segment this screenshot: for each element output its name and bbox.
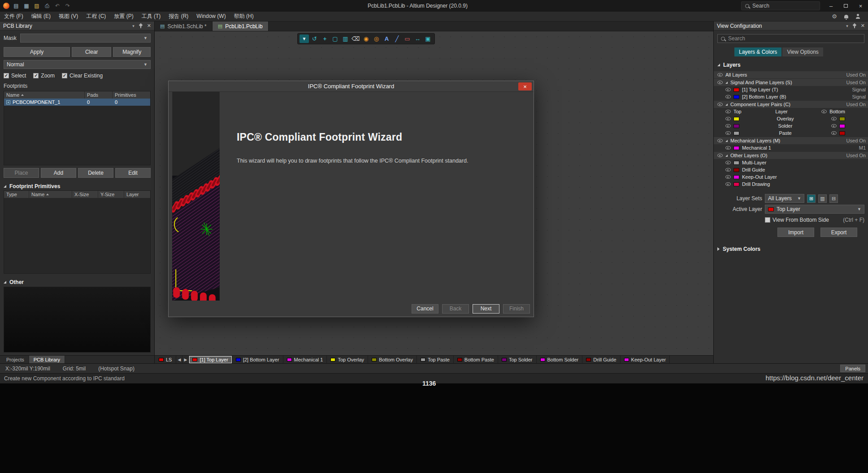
delete-layer-set-icon[interactable]: ⊟ xyxy=(829,194,838,203)
text-string-icon[interactable]: A xyxy=(382,34,391,43)
primitives-table-empty-area[interactable] xyxy=(4,198,150,273)
pin-icon[interactable] xyxy=(139,23,143,29)
mask-dropdown[interactable]: ▼ xyxy=(20,34,151,43)
layer-set-tab[interactable]: LS xyxy=(155,356,176,364)
visibility-eye-icon[interactable] xyxy=(725,124,731,128)
add-button[interactable]: Add xyxy=(41,168,76,178)
visibility-eye-icon[interactable] xyxy=(831,117,837,120)
undo-icon[interactable]: ↶ xyxy=(54,2,61,9)
visibility-eye-icon[interactable] xyxy=(725,146,731,150)
visibility-eye-icon[interactable] xyxy=(725,182,731,186)
layers-search-box[interactable] xyxy=(717,34,864,43)
layer-tab-top-layer[interactable]: [1] Top Layer xyxy=(189,356,232,364)
layer-row-drill-guide[interactable]: Drill Guide xyxy=(714,166,868,173)
column-header-name[interactable]: Name xyxy=(4,91,85,99)
layer-color-swatch[interactable] xyxy=(733,175,739,179)
layer-color-swatch[interactable] xyxy=(839,131,845,135)
visibility-eye-icon[interactable] xyxy=(725,175,731,179)
layer-tab-top-solder[interactable]: Top Solder xyxy=(498,356,537,364)
menu-reports[interactable]: 报告 (R) xyxy=(165,12,192,21)
layer-color-swatch[interactable] xyxy=(733,95,739,99)
menu-view[interactable]: 视图 (V) xyxy=(55,12,82,21)
column-select-icon[interactable]: ▥ xyxy=(341,34,350,43)
layer-row-signal-and-plane-layers[interactable]: Signal And Plane Layers (S) Used On xyxy=(714,79,868,86)
expand-triangle-icon[interactable] xyxy=(725,103,728,106)
layer-color-swatch[interactable] xyxy=(733,131,739,135)
doc-tab-pcblib1[interactable]: ▤ PcbLib1.PcbLib xyxy=(213,22,269,31)
layer-color-swatch[interactable] xyxy=(733,182,739,186)
pad-icon[interactable]: ◉ xyxy=(361,34,371,43)
panels-button[interactable]: Panels xyxy=(840,365,865,372)
layer-color-swatch[interactable] xyxy=(733,117,739,121)
visibility-eye-icon[interactable] xyxy=(725,95,731,99)
layer-tab-bottom-overlay[interactable]: Bottom Overlay xyxy=(368,356,417,364)
tab-pcb-library[interactable]: PCB Library xyxy=(29,356,65,364)
layer-tab-drill-guide[interactable]: Drill Guide xyxy=(582,356,620,364)
lasso-select-icon[interactable]: ↺ xyxy=(310,34,319,43)
footprint-primitives-section-header[interactable]: Footprint Primitives xyxy=(4,183,151,189)
new-document-icon[interactable]: ▤ xyxy=(13,2,20,9)
doc-tab-schlib1[interactable]: ▤ Schlib1.SchLib * xyxy=(155,22,213,31)
next-button[interactable]: Next xyxy=(473,304,499,314)
footprint-row-pcbcomponent-1[interactable]: PCBCOMPONENT_1 0 0 xyxy=(4,99,150,106)
expand-triangle-icon[interactable] xyxy=(725,140,728,142)
layer-row-mechanical-1[interactable]: Mechanical 1 M1 xyxy=(714,144,868,151)
visibility-eye-icon[interactable] xyxy=(725,168,731,172)
user-account-icon[interactable] xyxy=(855,14,860,19)
visibility-eye-icon[interactable] xyxy=(821,110,827,113)
close-icon[interactable]: ✕ xyxy=(147,23,151,29)
visibility-eye-icon[interactable] xyxy=(717,81,723,84)
visibility-eye-icon[interactable] xyxy=(725,110,731,113)
pcb-editor-canvas[interactable]: ▼ ↺ + ▢ ▥ ⌫ ◉ ◎ A ╱ ▭ ↔ ▣ IPC® Compliant… xyxy=(155,31,713,355)
clear-button[interactable]: Clear xyxy=(72,47,111,57)
layer-tab-top-paste[interactable]: Top Paste xyxy=(417,356,454,364)
visibility-eye-icon[interactable] xyxy=(725,88,731,91)
column-header-primitives[interactable]: Primitives xyxy=(113,91,150,99)
column-header-layer[interactable]: Layer xyxy=(124,191,150,198)
delete-button[interactable]: Delete xyxy=(78,168,113,178)
layer-sets-dropdown[interactable]: All Layers ▼ xyxy=(765,194,804,203)
layer-tab-bottom-paste[interactable]: Bottom Paste xyxy=(454,356,498,364)
layer-row-component-layer-pairs[interactable]: Component Layer Pairs (C) Used On xyxy=(714,101,868,108)
layer-tab-mechanical-1[interactable]: Mechanical 1 xyxy=(283,356,327,364)
tab-layers-and-colors[interactable]: Layers & Colors xyxy=(734,47,781,56)
eraser-icon[interactable]: ⌫ xyxy=(351,34,360,43)
layer-row-other-layers[interactable]: Other Layers (O) Used On xyxy=(714,152,868,159)
layer-row-all-layers[interactable]: All Layers Used On xyxy=(714,71,868,78)
panel-menu-chevron-icon[interactable]: ▾ xyxy=(846,24,848,28)
place-button[interactable]: Place xyxy=(4,168,39,178)
zoom-checkbox[interactable]: ✓Zoom xyxy=(33,73,55,79)
visibility-eye-icon[interactable] xyxy=(831,131,837,135)
pin-icon[interactable] xyxy=(852,23,857,29)
minimize-button[interactable]: – xyxy=(824,0,838,12)
layer-row-mechanical-layers[interactable]: Mechanical Layers (M) Used On xyxy=(714,137,868,144)
clear-existing-checkbox[interactable]: ✓Clear Existing xyxy=(62,73,103,79)
magnify-button[interactable]: Magnify xyxy=(113,47,151,57)
menu-project[interactable]: 工程 (C) xyxy=(82,12,110,21)
visibility-eye-icon[interactable] xyxy=(725,131,731,135)
layer-tab-bottom-solder[interactable]: Bottom Solder xyxy=(537,356,583,364)
menu-window[interactable]: Window (W) xyxy=(192,12,230,21)
scroll-left-arrow[interactable]: ◀ xyxy=(176,356,182,364)
layer-tab-keep-out-layer[interactable]: Keep-Out Layer xyxy=(621,356,670,364)
global-search-box[interactable]: Search xyxy=(741,1,820,10)
column-header-type[interactable]: Type xyxy=(4,191,29,198)
layer-color-swatch[interactable] xyxy=(839,124,845,128)
dialog-close-button[interactable]: × xyxy=(518,82,532,90)
expand-triangle-icon[interactable] xyxy=(725,82,728,84)
select-checkbox[interactable]: ✓Select xyxy=(4,73,26,79)
apply-button[interactable]: Apply xyxy=(4,47,70,57)
layer-row-drill-drawing[interactable]: Drill Drawing xyxy=(714,181,868,188)
notifications-bell-icon[interactable] xyxy=(844,15,848,18)
mode-dropdown[interactable]: Normal ▼ xyxy=(4,60,151,69)
save-icon[interactable]: ▦ xyxy=(23,2,30,9)
dialog-titlebar[interactable]: IPC® Compliant Footprint Wizard × xyxy=(169,81,534,92)
line-icon[interactable]: ╱ xyxy=(392,34,402,43)
visibility-eye-icon[interactable] xyxy=(717,154,723,157)
close-button[interactable]: × xyxy=(853,0,868,12)
save-layer-set-icon[interactable]: ▥ xyxy=(818,194,827,203)
print-icon[interactable]: ⎙ xyxy=(43,2,51,9)
layer-tab-bottom-layer[interactable]: [2] Bottom Layer xyxy=(232,356,283,364)
layer-color-swatch[interactable] xyxy=(733,168,739,172)
open-folder-icon[interactable]: ▨ xyxy=(33,2,40,9)
